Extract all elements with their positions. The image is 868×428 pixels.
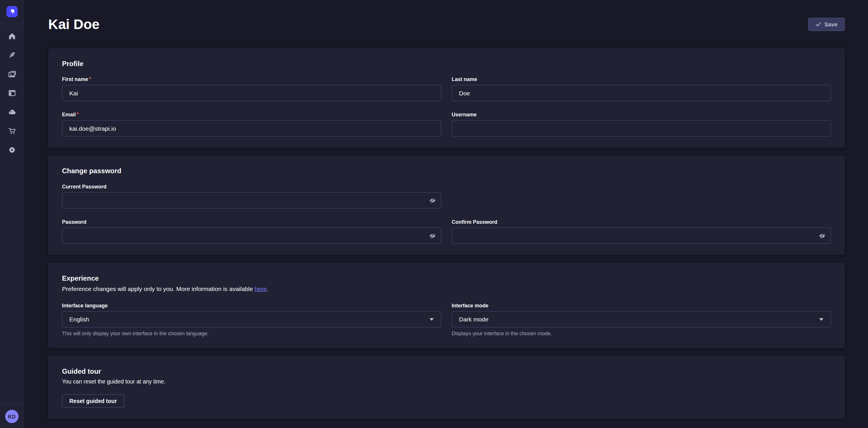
toggle-password-visibility-button[interactable]	[428, 231, 437, 240]
change-password-card: Change password Current Password	[48, 156, 845, 255]
profile-card: Profile First name * Last name	[48, 48, 845, 148]
content-type-builder-icon	[7, 89, 16, 97]
interface-mode-field-group: Interface mode Dark mode Displays your i…	[452, 303, 831, 337]
change-password-grid-spacer	[452, 183, 831, 208]
password-input[interactable]	[62, 228, 441, 244]
current-password-label: Current Password	[62, 183, 106, 190]
required-asterisk: *	[89, 77, 91, 82]
sidebar-bottom-divider	[0, 404, 24, 404]
sidebar-item-home[interactable]	[3, 28, 20, 44]
main-content: Kai Doe Save Profile First name *	[24, 0, 868, 428]
email-field-group: Email *	[62, 112, 441, 137]
password-label: Password	[62, 219, 86, 226]
guided-tour-card: Guided tour You can reset the guided tou…	[48, 356, 845, 419]
email-label: Email	[62, 112, 76, 118]
sidebar: KD	[0, 0, 24, 428]
required-asterisk: *	[76, 112, 79, 117]
change-password-heading: Change password	[62, 167, 831, 175]
sidebar-item-settings[interactable]	[3, 142, 20, 158]
eye-off-icon	[818, 232, 826, 239]
profile-heading: Profile	[62, 59, 831, 68]
marketplace-icon	[7, 127, 16, 135]
settings-icon	[7, 146, 16, 154]
first-name-label: First name	[62, 77, 88, 83]
user-avatar[interactable]: KD	[5, 410, 19, 423]
sidebar-top-divider	[0, 24, 24, 24]
email-input[interactable]	[62, 120, 441, 137]
check-icon	[815, 21, 821, 27]
toggle-confirm-password-visibility-button[interactable]	[818, 231, 826, 240]
last-name-field-group: Last name	[452, 77, 831, 102]
sidebar-nav	[3, 28, 20, 161]
chevron-down-icon	[429, 318, 434, 321]
app-root: KD Kai Doe Save Profile First name *	[0, 0, 868, 428]
experience-description-period: .	[267, 285, 268, 292]
experience-heading: Experience	[62, 274, 831, 282]
confirm-password-label: Confirm Password	[452, 219, 497, 226]
current-password-input[interactable]	[62, 192, 441, 208]
first-name-input[interactable]	[62, 85, 441, 102]
interface-language-select[interactable]: English	[62, 311, 441, 327]
username-input[interactable]	[452, 120, 831, 137]
experience-card: Experience Preference changes will apply…	[48, 263, 845, 348]
interface-language-field-group: Interface language English This will onl…	[62, 303, 441, 337]
more-information-link[interactable]: here	[255, 285, 267, 292]
username-field-group: Username	[452, 112, 831, 137]
experience-description-text: Preference changes will apply only to yo…	[62, 285, 255, 292]
guided-tour-description: You can reset the guided tour at any tim…	[62, 378, 831, 386]
current-password-field-group: Current Password	[62, 183, 441, 208]
sidebar-item-media-library[interactable]	[3, 66, 20, 82]
chevron-down-icon	[819, 318, 824, 321]
last-name-label: Last name	[452, 77, 477, 83]
save-button-label: Save	[825, 21, 838, 28]
interface-mode-select[interactable]: Dark mode	[452, 311, 831, 327]
guided-tour-heading: Guided tour	[62, 367, 831, 375]
eye-off-icon	[429, 232, 436, 239]
media-library-icon	[7, 70, 16, 79]
save-button[interactable]: Save	[808, 18, 845, 31]
interface-mode-value: Dark mode	[459, 316, 489, 323]
confirm-password-field-group: Confirm Password	[452, 219, 831, 244]
interface-mode-label: Interface mode	[452, 303, 489, 309]
content-manager-icon	[7, 51, 16, 59]
first-name-field-group: First name *	[62, 77, 441, 102]
experience-description: Preference changes will apply only to yo…	[62, 285, 831, 293]
page-title: Kai Doe	[48, 16, 100, 33]
interface-language-hint: This will only display your own interfac…	[62, 331, 441, 337]
sidebar-item-content-manager[interactable]	[3, 48, 20, 63]
cloud-icon	[7, 108, 16, 116]
last-name-input[interactable]	[452, 85, 831, 102]
username-label: Username	[452, 112, 477, 118]
sidebar-item-content-type-builder[interactable]	[3, 85, 20, 101]
reset-guided-tour-button[interactable]: Reset guided tour	[62, 394, 124, 408]
sidebar-item-marketplace[interactable]	[3, 123, 20, 139]
eye-off-icon	[429, 197, 436, 204]
strapi-logo[interactable]	[6, 6, 18, 17]
new-password-field-group: Password	[62, 219, 441, 244]
strapi-logo-icon	[6, 6, 18, 17]
page-header: Kai Doe Save	[48, 16, 845, 33]
sidebar-item-cloud[interactable]	[3, 104, 20, 120]
interface-language-value: English	[69, 316, 89, 323]
confirm-password-input[interactable]	[452, 228, 831, 244]
toggle-current-password-visibility-button[interactable]	[428, 196, 437, 205]
home-icon	[7, 32, 16, 40]
interface-language-label: Interface language	[62, 303, 107, 309]
interface-mode-hint: Displays your interface in the chosen mo…	[452, 331, 831, 337]
